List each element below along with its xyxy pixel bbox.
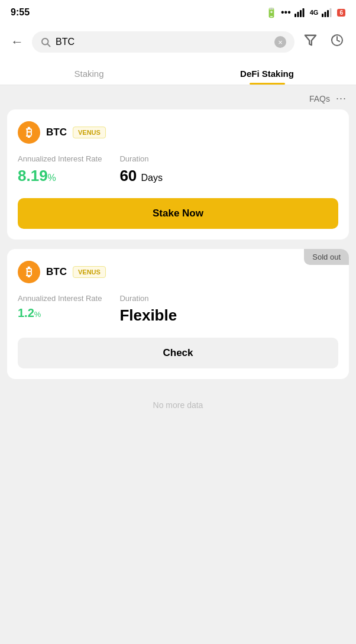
stake-now-button[interactable]: Stake Now <box>18 198 338 229</box>
card-btc-venus-1: ₿ BTC VENUS Annualized Interest Rate 8.1… <box>7 109 349 240</box>
rate-value-2: 1.2% <box>18 306 102 320</box>
search-icon <box>40 37 51 47</box>
svg-line-9 <box>47 44 50 46</box>
header: ← × <box>0 24 356 60</box>
card-btc-venus-2: Sold out ₿ BTC VENUS Annualized Interest… <box>7 249 349 379</box>
history-icon <box>330 33 344 47</box>
svg-rect-5 <box>325 12 326 17</box>
search-input[interactable] <box>56 37 270 47</box>
rate-label-1: Annualized Interest Rate <box>18 154 102 163</box>
rate-stat-1: Annualized Interest Rate 8.19% <box>18 154 102 185</box>
more-button[interactable]: ··· <box>336 92 347 105</box>
btc-icon-2: ₿ <box>18 261 40 283</box>
coin-tag-2: VENUS <box>73 266 106 278</box>
top-bar: FAQs ··· <box>0 85 356 109</box>
svg-rect-2 <box>300 10 302 17</box>
duration-label-1: Duration <box>119 154 163 163</box>
svg-marker-10 <box>305 35 316 46</box>
svg-rect-4 <box>322 14 323 17</box>
network-badge: 4G <box>310 9 319 16</box>
coin-header-2: ₿ BTC VENUS <box>18 261 338 283</box>
stats-row-2: Annualized Interest Rate 1.2% Duration F… <box>18 294 338 325</box>
svg-rect-3 <box>302 8 304 17</box>
duration-stat-2: Duration Flexible <box>119 294 177 325</box>
tab-defi-staking[interactable]: DeFi Staking <box>178 60 356 85</box>
duration-value-1: 60 Days <box>119 167 163 185</box>
history-button[interactable] <box>326 30 348 54</box>
tabs: Staking DeFi Staking <box>0 60 356 85</box>
dots-icon: ••• <box>281 7 291 18</box>
rate-value-1: 8.19% <box>18 167 102 185</box>
btc-icon-1: ₿ <box>18 121 40 144</box>
tab-staking[interactable]: Staking <box>0 60 178 85</box>
content: FAQs ··· ₿ BTC VENUS Annualized Interest… <box>0 85 356 617</box>
coin-name-1: BTC <box>46 127 67 138</box>
signal2-icon <box>322 8 334 17</box>
stats-row-1: Annualized Interest Rate 8.19% Duration … <box>18 154 338 185</box>
coin-name-2: BTC <box>46 266 67 278</box>
no-more-data: No more data <box>0 389 356 433</box>
duration-value-2: Flexible <box>119 306 177 325</box>
status-bar: 9:55 🔋 ••• 4G 6 <box>0 0 356 24</box>
svg-rect-1 <box>297 12 299 17</box>
status-time: 9:55 <box>11 7 30 18</box>
back-button[interactable]: ← <box>8 32 26 52</box>
search-clear-button[interactable]: × <box>274 36 286 48</box>
check-button[interactable]: Check <box>18 338 338 368</box>
rate-label-2: Annualized Interest Rate <box>18 294 102 303</box>
svg-rect-7 <box>330 8 332 17</box>
filter-icon <box>304 34 317 47</box>
battery-save-icon: 🔋 <box>266 7 277 18</box>
battery-icon: 6 <box>337 9 345 17</box>
search-bar: × <box>32 31 294 53</box>
faqs-button[interactable]: FAQs <box>309 94 330 103</box>
duration-stat-1: Duration 60 Days <box>119 154 163 185</box>
duration-label-2: Duration <box>119 294 177 303</box>
svg-rect-0 <box>294 14 296 17</box>
sold-out-badge: Sold out <box>304 249 349 265</box>
rate-stat-2: Annualized Interest Rate 1.2% <box>18 294 102 325</box>
status-icons: 🔋 ••• 4G 6 <box>266 7 345 18</box>
coin-header-1: ₿ BTC VENUS <box>18 121 338 144</box>
signal-icon <box>294 8 306 17</box>
svg-rect-6 <box>327 10 329 17</box>
battery-level: 6 <box>337 9 345 17</box>
coin-tag-1: VENUS <box>73 127 106 138</box>
filter-button[interactable] <box>300 30 321 54</box>
